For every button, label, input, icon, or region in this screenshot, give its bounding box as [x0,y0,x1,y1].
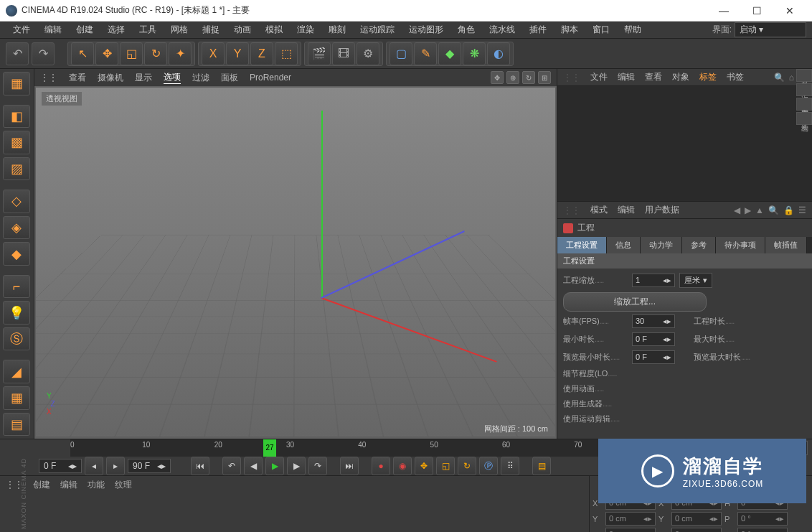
environment-button[interactable]: ◐ [487,42,510,65]
key-pla-button[interactable]: ⠿ [501,457,519,475]
next-key-button[interactable]: ↷ [308,457,327,475]
vp-zoom-icon[interactable]: ⊕ [506,71,519,84]
am-menu-userdata[interactable]: 用户数据 [645,204,679,216]
scale-unit-select[interactable]: 厘米 [679,273,712,288]
vp-menu-filter[interactable]: 过滤 [192,72,209,84]
mat-menu-function[interactable]: 功能 [88,479,105,491]
menu-script[interactable]: 脚本 [554,22,585,37]
polygon-mode-button[interactable]: ◆ [3,242,30,266]
menu-window[interactable]: 窗口 [585,22,617,37]
vp-menu-options[interactable]: 选项 [164,71,181,84]
select-tool[interactable]: ↖ [71,42,94,65]
nav-back-icon[interactable]: ◀ [734,205,740,215]
tab-interpolation[interactable]: 帧插值 [765,237,807,253]
pos-z-field[interactable]: 0 cm◂▸ [605,528,656,532]
nav-fwd-icon[interactable]: ▶ [745,205,751,215]
menu-character[interactable]: 角色 [450,22,482,37]
size-z-field[interactable]: 0 cm◂▸ [671,528,722,532]
vp-menu-view[interactable]: 查看 [69,72,86,84]
vp-rotate-icon[interactable]: ↻ [522,71,535,84]
locked-workplane-button[interactable]: ▦ [3,386,30,410]
size-y-field[interactable]: 0 cm◂▸ [671,512,722,526]
menu-help[interactable]: 帮助 [617,22,648,37]
mat-menu-create[interactable]: 创建 [33,479,50,491]
cube-primitive-button[interactable]: ▢ [390,42,412,65]
render-pv-button[interactable]: 🎞 [332,42,355,65]
vp-menu-prorender[interactable]: ProRender [250,73,291,83]
point-mode-button[interactable]: ◇ [3,190,30,213]
axis-y-button[interactable]: Y [226,42,249,65]
key-scale-button[interactable]: ◱ [436,457,455,475]
edge-mode-button[interactable]: ◈ [3,216,30,240]
om-menu-tags[interactable]: 标签 [699,71,717,83]
range-left-button[interactable]: ◂ [85,457,103,475]
menu-sculpt[interactable]: 雕刻 [321,22,353,37]
menu-mograph[interactable]: 运动图形 [402,22,450,37]
object-tree[interactable] [557,86,812,201]
key-param-button[interactable]: Ⓟ [479,457,498,475]
search-icon[interactable]: 🔍 [774,73,785,83]
scale-tool[interactable]: ◱ [120,42,143,65]
tab-referencing[interactable]: 参考 [682,237,716,253]
menu-simulate[interactable]: 模拟 [258,22,290,37]
minimize-button[interactable]: — [707,0,740,22]
menu-edit[interactable]: 编辑 [37,22,69,37]
vp-layout-icon[interactable]: ⊞ [538,71,551,84]
key-pos-button[interactable]: ✥ [415,457,433,475]
rotate-tool[interactable]: ↻ [144,42,167,65]
autokey-button[interactable]: ◉ [393,457,412,475]
menu-plugins[interactable]: 插件 [522,22,554,37]
prev-frame-button[interactable]: ◀ [244,457,263,475]
playhead[interactable]: 27 [263,439,276,457]
snap-toggle-button[interactable]: Ⓢ [3,327,30,351]
menu-render[interactable]: 渲染 [290,22,321,37]
make-editable-button[interactable]: ▦ [3,72,30,95]
side-tab-objects[interactable]: 对象 [796,69,812,82]
menu-pipeline[interactable]: 流水线 [482,22,522,37]
record-button[interactable]: ● [372,457,390,475]
goto-end-button[interactable]: ⏭ [340,457,359,475]
range-start-field[interactable]: 0 F◂▸ [39,459,82,473]
play-button[interactable]: ▶ [265,457,284,475]
vp-pan-icon[interactable]: ✥ [491,71,504,84]
om-menu-view[interactable]: 查看 [645,71,662,83]
menu-snap[interactable]: 捕捉 [195,22,227,37]
layout-select[interactable]: 启动 ▾ [735,22,806,37]
menu-tools[interactable]: 工具 [132,22,164,37]
tab-dynamics[interactable]: 动力学 [641,237,682,253]
scale-project-button[interactable]: 缩放工程... [563,292,707,312]
panel-grip-icon[interactable]: ⋮⋮ [563,205,580,215]
range-end-field[interactable]: 90 F◂▸ [128,459,171,473]
render-view-button[interactable]: 🎬 [308,42,331,65]
vp-menu-panel[interactable]: 面板 [221,72,238,84]
menu-select[interactable]: 选择 [100,22,132,37]
prev-key-button[interactable]: ↶ [222,457,241,475]
vp-menu-cameras[interactable]: 摄像机 [98,72,123,84]
spline-pen-button[interactable]: ✎ [414,42,437,65]
undo-button[interactable]: ↶ [6,42,29,65]
planar-workplane-button[interactable]: ▤ [3,413,30,437]
project-scale-field[interactable]: 1◂▸ [632,274,675,287]
search-icon[interactable]: 🔍 [768,205,779,215]
coord-system-button[interactable]: ⬚ [275,42,298,65]
render-settings-button[interactable]: ⚙ [357,42,379,65]
panel-grip-icon[interactable]: ⋮⋮ [563,73,580,83]
rot-p-field[interactable]: 0 °◂▸ [737,512,788,526]
am-menu-mode[interactable]: 模式 [590,204,608,216]
tab-info[interactable]: 信息 [607,237,641,253]
mat-menu-edit[interactable]: 编辑 [60,479,77,491]
am-menu-edit[interactable]: 编辑 [618,204,635,216]
menu-mesh[interactable]: 网格 [164,22,195,37]
rot-b-field[interactable]: 0 °◂▸ [737,528,788,532]
workplane-mode-button[interactable]: ◢ [3,360,30,383]
nav-up-icon[interactable]: ▲ [755,205,764,215]
pos-y-field[interactable]: 0 cm◂▸ [605,512,656,526]
axis-z-button[interactable]: Z [250,42,273,65]
om-menu-objects[interactable]: 对象 [672,71,689,83]
min-time-field[interactable]: 0 F◂▸ [632,332,675,346]
side-tab-structure[interactable]: 构造 [796,112,812,125]
timeline-button[interactable]: ▤ [532,457,551,475]
side-tab-layers[interactable]: 次 [796,83,812,96]
menu-animate[interactable]: 动画 [227,22,258,37]
side-tab-content[interactable]: 内容浏览器 [796,98,812,111]
